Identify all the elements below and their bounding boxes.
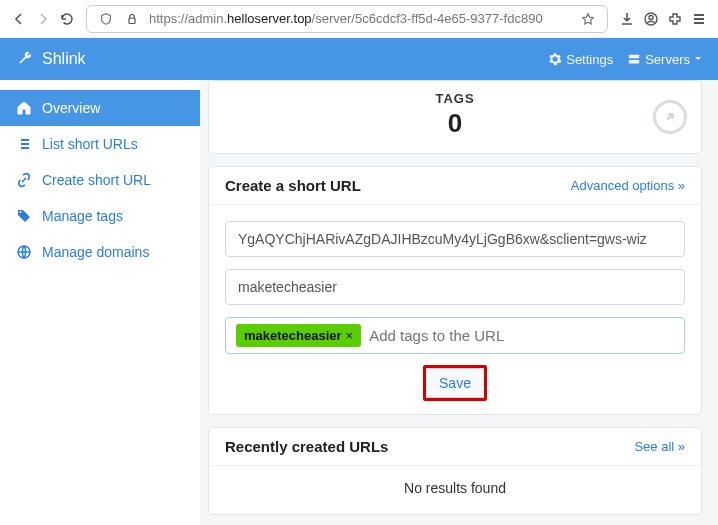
remove-tag-icon[interactable]: × [346, 328, 354, 343]
brand-label: Shlink [42, 50, 86, 68]
sidebar-item-create[interactable]: Create short URL [0, 162, 200, 198]
app-topbar: Shlink Settings Servers [0, 38, 718, 80]
recent-card-title: Recently created URLs [225, 438, 388, 455]
advanced-options-link[interactable]: Advanced options » [571, 178, 685, 193]
sidebar-item-list[interactable]: List short URLs [0, 126, 200, 162]
sidebar-item-domains[interactable]: Manage domains [0, 234, 200, 270]
create-short-url-card: Create a short URL Advanced options » ma… [208, 166, 702, 415]
see-all-link[interactable]: See all » [634, 439, 685, 454]
sidebar-item-label: Manage domains [42, 244, 149, 260]
back-icon[interactable] [10, 10, 28, 28]
tags-heading: TAGS [225, 91, 685, 106]
save-button[interactable]: Save [424, 368, 486, 398]
download-icon[interactable] [618, 10, 636, 28]
tags-stat-card: TAGS 0 [208, 80, 702, 154]
globe-icon [16, 244, 32, 260]
address-bar[interactable]: https://admin.helloserver.top/server/5c6… [86, 5, 608, 33]
servers-dropdown[interactable]: Servers [627, 52, 702, 67]
sidebar-item-label: Create short URL [42, 172, 151, 188]
account-icon[interactable] [642, 10, 660, 28]
no-results-text: No results found [209, 466, 701, 514]
shield-icon [97, 10, 115, 28]
brand[interactable]: Shlink [16, 50, 86, 68]
tag-chip-label: maketecheasier [244, 328, 342, 343]
tag-chip[interactable]: maketecheasier × [236, 324, 361, 347]
sidebar: Overview List short URLs Create short UR… [0, 80, 200, 525]
custom-slug-input[interactable] [225, 269, 685, 305]
sidebar-item-label: Manage tags [42, 208, 123, 224]
svg-rect-0 [129, 18, 135, 23]
extensions-icon[interactable] [666, 10, 684, 28]
tags-field[interactable]: maketecheasier × [225, 317, 685, 354]
content-area: TAGS 0 Create a short URL Advanced optio… [200, 80, 718, 525]
sidebar-item-label: List short URLs [42, 136, 138, 152]
sidebar-item-label: Overview [42, 100, 100, 116]
create-card-title: Create a short URL [225, 177, 361, 194]
sidebar-item-overview[interactable]: Overview [0, 90, 200, 126]
svg-point-2 [649, 15, 653, 19]
wrench-icon [16, 50, 34, 68]
svg-rect-4 [629, 60, 640, 64]
sidebar-item-tags[interactable]: Manage tags [0, 198, 200, 234]
servers-label: Servers [645, 52, 690, 67]
long-url-input[interactable] [225, 221, 685, 257]
recent-urls-card: Recently created URLs See all » No resul… [208, 427, 702, 515]
home-icon [16, 100, 32, 116]
settings-link[interactable]: Settings [548, 52, 613, 67]
arrow-up-right-icon [663, 110, 677, 124]
settings-label: Settings [566, 52, 613, 67]
chevron-down-icon [694, 55, 702, 63]
svg-rect-3 [629, 55, 640, 59]
tags-icon [16, 208, 32, 224]
browser-toolbar: https://admin.helloserver.top/server/5c6… [0, 0, 718, 38]
tags-count: 0 [225, 108, 685, 139]
link-icon [16, 172, 32, 188]
reload-icon[interactable] [58, 10, 76, 28]
server-icon [627, 52, 641, 66]
goto-tags-button[interactable] [653, 100, 687, 134]
list-icon [16, 136, 32, 152]
tags-input[interactable] [369, 327, 674, 344]
forward-icon[interactable] [34, 10, 52, 28]
star-icon[interactable] [579, 10, 597, 28]
lock-icon [123, 10, 141, 28]
menu-icon[interactable] [690, 10, 708, 28]
gear-icon [548, 52, 562, 66]
url-text: https://admin.helloserver.top/server/5c6… [149, 11, 571, 26]
